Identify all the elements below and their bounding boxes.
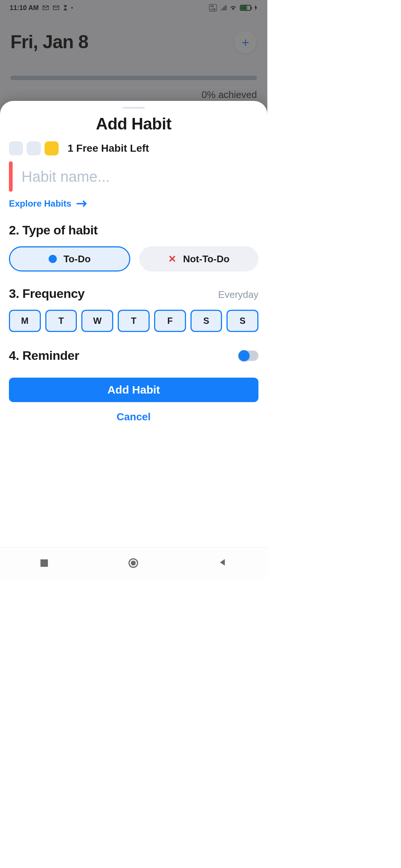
sheet-drag-handle[interactable] (123, 107, 145, 109)
circle-icon (128, 558, 138, 568)
add-habit-sheet: Add Habit 1 Free Habit Left Explore Habi… (0, 101, 267, 547)
frequency-section-title: 3. Frequency (9, 286, 85, 301)
square-icon (40, 559, 48, 567)
type-nottodo-button[interactable]: ✕ Not-To-Do (139, 246, 258, 272)
reminder-section-title: 4. Reminder (9, 348, 79, 363)
cancel-button-label: Cancel (117, 411, 151, 423)
day-toggle-sat[interactable]: S (190, 310, 222, 332)
free-habit-label: 1 Free Habit Left (68, 142, 149, 154)
type-todo-label: To-Do (63, 253, 91, 265)
frequency-value: Everyday (218, 289, 258, 300)
add-habit-button[interactable]: Add Habit (9, 378, 258, 402)
habit-slot (27, 141, 41, 155)
habit-name-field[interactable] (9, 161, 258, 192)
arrow-right-icon (76, 200, 88, 207)
input-accent-bar (9, 161, 13, 192)
day-toggle-thu[interactable]: T (118, 310, 150, 332)
day-toggle-mon[interactable]: M (9, 310, 41, 332)
triangle-back-icon (219, 558, 227, 568)
add-habit-button-label: Add Habit (107, 384, 160, 396)
sheet-slots-row: 1 Free Habit Left (9, 141, 258, 155)
type-section-title: 2. Type of habit (9, 223, 258, 237)
day-toggle-tue[interactable]: T (45, 310, 77, 332)
dot-icon (49, 255, 57, 263)
explore-habits-link[interactable]: Explore Habits (9, 198, 258, 209)
explore-habits-label: Explore Habits (9, 198, 71, 209)
nav-home-button[interactable] (128, 558, 138, 568)
nav-back-button[interactable] (219, 558, 227, 568)
reminder-toggle[interactable] (239, 351, 258, 361)
habit-slot (45, 141, 59, 155)
android-nav-bar (0, 547, 267, 579)
habit-slot (9, 141, 23, 155)
day-toggle-fri[interactable]: F (154, 310, 186, 332)
nav-recents-button[interactable] (40, 559, 48, 567)
day-toggle-sun[interactable]: S (226, 310, 258, 332)
toggle-knob (238, 350, 250, 361)
type-nottodo-label: Not-To-Do (183, 253, 229, 265)
cancel-button[interactable]: Cancel (9, 411, 258, 423)
day-toggle-wed[interactable]: W (81, 310, 113, 332)
type-todo-button[interactable]: To-Do (9, 246, 130, 272)
sheet-title: Add Habit (9, 115, 258, 133)
cross-icon: ✕ (168, 253, 176, 265)
habit-name-input[interactable] (22, 161, 258, 192)
days-row: M T W T F S S (9, 310, 258, 332)
